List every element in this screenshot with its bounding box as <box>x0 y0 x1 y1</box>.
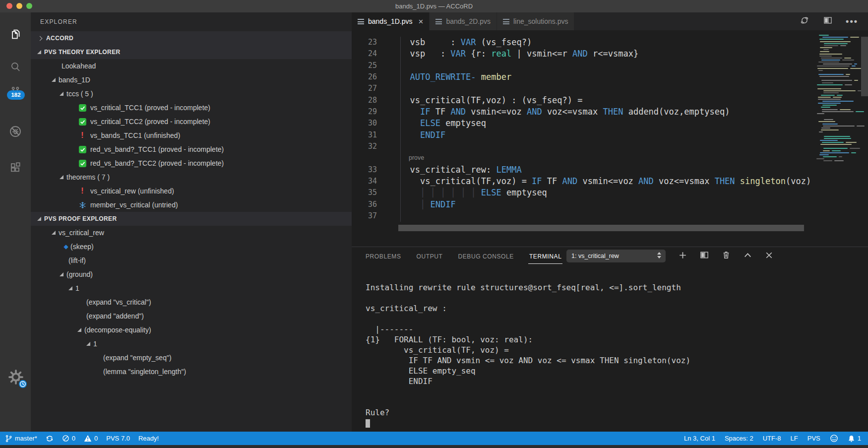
search-icon <box>9 61 22 75</box>
tree-item[interactable]: (expand "addend") <box>31 309 352 323</box>
status-item-1[interactable]: 1 <box>848 435 861 443</box>
tree-item[interactable]: (expand "empty_seq") <box>31 351 352 365</box>
tree-item[interactable]: red_vs_band?_TCC1 (proved - incomplete) <box>31 142 352 156</box>
explorer-activity-button[interactable] <box>0 25 31 45</box>
chevron-expanded-icon <box>52 78 56 82</box>
code-line: 31 ENDIF <box>352 129 868 141</box>
tab-label: bands_2D.pvs <box>446 17 491 25</box>
tree-item[interactable]: vs_critical_TCC1 (proved - incomplete) <box>31 101 352 115</box>
status-item-label: Ready! <box>138 435 159 442</box>
tree-item[interactable]: (lemma "singleton_length") <box>31 365 352 379</box>
panel-tab-debug-console[interactable]: DEBUG CONSOLE <box>457 249 515 263</box>
tree-item[interactable]: !vs_critical_rew (unfinished) <box>31 184 352 198</box>
tree-item[interactable]: (expand "vs_critical") <box>31 295 352 309</box>
status-item-label: Ln 3, Col 1 <box>684 435 715 442</box>
tree-item[interactable]: vs_critical_rew <box>31 226 352 240</box>
split-terminal-icon[interactable] <box>699 250 709 262</box>
status-item-0[interactable]: 0 <box>84 435 98 442</box>
line-number: 29 <box>352 106 377 118</box>
code-text: AUTO_REWRITE- member <box>377 71 511 83</box>
tree-item[interactable]: (decompose-equality) <box>31 323 352 337</box>
terminal-output[interactable]: Installing rewrite rule structures@sort_… <box>366 282 690 428</box>
panel-tab-problems[interactable]: PROBLEMS <box>365 249 402 263</box>
line-number: 33 <box>352 164 377 176</box>
tree-item-label: 1 <box>75 284 79 292</box>
status-item-label: master* <box>15 435 37 442</box>
tree-item-label: (decompose-equality) <box>84 326 151 334</box>
tab-bands_2D-pvs[interactable]: bands_2D.pvs <box>430 12 497 30</box>
kill-terminal-icon[interactable] <box>721 250 731 262</box>
code-text: IF TF AND vsmin<=voz AND voz<=vsmax THEN… <box>377 106 730 118</box>
split-editor-icon[interactable] <box>823 15 833 27</box>
status-item-utf-8[interactable]: UTF-8 <box>763 435 781 442</box>
title-bar: bands_1D.pvs — ACCoRD <box>0 0 868 12</box>
files-icon <box>9 28 22 43</box>
terminal-select-value: 1: vs_critical_rew <box>571 253 619 259</box>
tree-item[interactable]: theorems ( 7 ) <box>31 170 352 184</box>
close-panel-icon[interactable] <box>764 251 774 262</box>
tab-close-icon[interactable]: × <box>419 17 424 26</box>
maximize-panel-icon[interactable] <box>743 251 752 262</box>
codelens-row: prove <box>352 152 868 164</box>
settings-button[interactable] <box>7 368 27 390</box>
status-item-ln-3-col-1[interactable]: Ln 3, Col 1 <box>684 435 715 442</box>
status-item-0[interactable]: 0 <box>62 435 75 442</box>
code-line: 25 <box>352 60 868 71</box>
panel-tab-terminal[interactable]: TERMINAL <box>528 249 562 264</box>
code-editor[interactable]: 23 vsb : VAR (vs_fseq?)24 vsp : VAR {r: … <box>352 30 868 247</box>
code-line: 28 vs_critical(TF,voz) : (vs_fseq?) = <box>352 95 868 106</box>
section-header-accord[interactable]: ACCORD <box>31 31 352 45</box>
tree-item[interactable]: (ground) <box>31 267 352 281</box>
horizontal-scrollbar[interactable] <box>398 225 804 231</box>
tree-item[interactable]: 1 <box>31 337 352 351</box>
tree-item[interactable]: 1 <box>31 281 352 295</box>
tab-line_solutions-pvs[interactable]: line_solutions.pvs <box>497 12 575 30</box>
status-item-ready-[interactable]: Ready! <box>138 435 159 442</box>
vertical-scrollbar[interactable] <box>861 37 868 96</box>
more-actions-icon[interactable]: ••• <box>846 16 858 27</box>
tree-item[interactable]: (lift-if) <box>31 254 352 267</box>
file-lines-icon <box>358 19 364 24</box>
terminal-select[interactable]: 1: vs_critical_rew <box>566 250 666 262</box>
debug-activity-button[interactable] <box>0 123 31 142</box>
tree-item[interactable]: ◆(skeep) <box>31 240 352 254</box>
code-text: ELSE emptyseq <box>377 118 486 129</box>
code-line: 34 vs_critical(TF,voz) = IF TF AND vsmin… <box>352 176 868 187</box>
proved-check-icon <box>77 160 87 167</box>
minimap[interactable] <box>815 31 861 168</box>
tree-item[interactable]: red_vs_band?_TCC2 (proved - incomplete) <box>31 156 352 170</box>
status-item-pvs[interactable]: PVS <box>807 435 820 442</box>
section-header-pvs-proof-explorer[interactable]: PVS PROOF EXPLORER <box>31 212 352 226</box>
tree-item-label: vs_critical_rew <box>59 229 104 237</box>
toggle-changes-icon[interactable] <box>799 15 810 28</box>
editor-actions: ••• <box>799 12 868 30</box>
code-line: 29 IF TF AND vsmin<=voz AND voz<=vsmax T… <box>352 106 868 118</box>
tree-item[interactable]: Lookahead <box>31 59 352 73</box>
status-item-label: LF <box>791 435 798 442</box>
smiley-icon <box>830 434 838 443</box>
status-item-label: Spaces: 2 <box>725 435 753 442</box>
search-activity-button[interactable] <box>0 58 31 78</box>
tree-item[interactable]: tccs ( 5 ) <box>31 87 352 101</box>
window-title: bands_1D.pvs — ACCoRD <box>0 0 868 12</box>
tree-item[interactable]: !vs_bands_TCC1 (unfinished) <box>31 128 352 142</box>
status-item-master-[interactable]: master* <box>5 435 37 443</box>
status-item-spaces-2[interactable]: Spaces: 2 <box>725 435 753 442</box>
tree-item[interactable]: member_vs_critical (untried) <box>31 198 352 212</box>
status-item-sync-icon[interactable] <box>46 435 54 443</box>
section-label: PVS PROOF EXPLORER <box>44 215 117 222</box>
extensions-activity-button[interactable] <box>0 159 31 179</box>
new-terminal-icon[interactable] <box>678 251 687 262</box>
status-item-smiley-icon[interactable] <box>830 434 838 443</box>
tree-item[interactable]: vs_critical_TCC2 (proved - incomplete) <box>31 115 352 128</box>
status-item-lf[interactable]: LF <box>791 435 798 442</box>
tab-bands_1D-pvs[interactable]: bands_1D.pvs× <box>352 12 430 30</box>
code-text: ENDIF <box>377 129 445 141</box>
tree-item-label: (expand "vs_critical") <box>86 298 151 306</box>
unfinished-exclaim-icon: ! <box>77 131 87 140</box>
panel-tab-output[interactable]: OUTPUT <box>416 249 444 263</box>
codelens-prove-link[interactable]: prove <box>377 152 424 164</box>
status-item-pvs-7-0[interactable]: PVS 7.0 <box>106 435 130 442</box>
section-header-pvs-theory-explorer[interactable]: PVS THEORY EXPLORER <box>31 45 352 59</box>
tree-item[interactable]: bands_1D <box>31 73 352 87</box>
